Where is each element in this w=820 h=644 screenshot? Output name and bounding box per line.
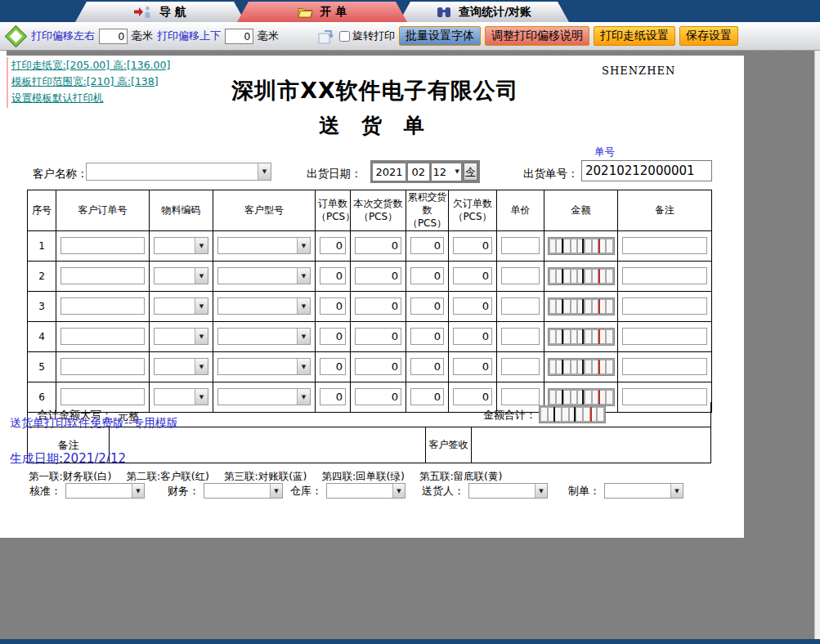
free-version-note: 送货单打印软件免费版--专用模版 — [10, 416, 178, 431]
batch-font-settings-button[interactable]: 批量设置字体 — [399, 26, 481, 46]
owed-qty-input[interactable] — [453, 297, 492, 315]
delivery-qty-input[interactable] — [355, 297, 401, 315]
order-qty-input[interactable] — [320, 328, 346, 345]
copy-3-label: 第三联:对账联(蓝) — [224, 470, 307, 484]
owed-qty-input[interactable] — [453, 358, 492, 375]
date-year-box[interactable]: 2021 — [373, 163, 406, 181]
chevron-down-icon[interactable]: ▼ — [195, 359, 208, 374]
copy-2-label: 第二联:客户联(红) — [126, 470, 208, 484]
today-button[interactable]: 今 — [464, 163, 477, 181]
remark-input[interactable] — [622, 237, 707, 254]
tab-bar: 导 航 开 单 查询统计/对账 — [0, 0, 820, 22]
remark-input[interactable] — [622, 297, 707, 315]
customer-order-no-input[interactable] — [60, 297, 145, 315]
rotate-print-checkbox[interactable] — [339, 31, 350, 42]
accum-qty-input[interactable] — [410, 297, 444, 315]
unit-price-input[interactable] — [501, 328, 540, 345]
tab-navigation[interactable]: 导 航 — [75, 2, 245, 22]
unit-price-input[interactable] — [501, 358, 540, 375]
deliverer-combo[interactable]: ▼ — [468, 483, 548, 499]
binoculars-icon — [437, 7, 451, 18]
preparer-combo[interactable]: ▼ — [604, 483, 683, 499]
delivery-qty-input[interactable] — [355, 358, 401, 375]
delivery-qty-input[interactable] — [355, 267, 401, 284]
accum-qty-input[interactable] — [410, 267, 444, 284]
offset-ud-input[interactable] — [225, 29, 253, 44]
chevron-down-icon[interactable]: ▼ — [270, 484, 282, 498]
chevron-down-icon[interactable]: ▼ — [258, 163, 271, 180]
owed-qty-input[interactable] — [453, 328, 492, 345]
unit-price-input[interactable] — [501, 267, 540, 284]
vertical-scrollbar[interactable] — [814, 51, 820, 639]
customer-model-combo[interactable]: ▼ — [217, 358, 311, 375]
amount-mask-field[interactable] — [548, 297, 615, 315]
date-month-box[interactable]: 02 — [408, 163, 429, 181]
chevron-down-icon[interactable]: ▼ — [297, 268, 310, 284]
delivery-qty-input[interactable] — [355, 328, 401, 345]
generated-date: 生成日期:2021/2/12 — [10, 451, 126, 467]
amount-total-mask[interactable] — [539, 405, 606, 423]
copy-4-label: 第四联:回单联(绿) — [321, 470, 404, 484]
remark-input[interactable] — [622, 358, 707, 375]
offset-lr-input[interactable] — [99, 29, 128, 44]
approver-combo[interactable]: ▼ — [65, 483, 145, 499]
amount-mask-field[interactable] — [548, 358, 615, 376]
tab-billing[interactable]: 开 单 — [237, 2, 407, 22]
chevron-down-icon[interactable]: ▼ — [297, 329, 310, 344]
chevron-down-icon[interactable]: ▼ — [195, 298, 208, 314]
ship-order-no-input[interactable] — [581, 160, 712, 181]
chevron-down-icon[interactable]: ▼ — [195, 329, 208, 344]
order-qty-input[interactable] — [320, 297, 346, 315]
finance-combo[interactable]: ▼ — [204, 483, 283, 499]
customer-model-combo[interactable]: ▼ — [217, 328, 311, 345]
customer-model-combo[interactable]: ▼ — [217, 237, 311, 254]
customer-order-no-input[interactable] — [60, 267, 145, 284]
material-code-combo[interactable]: ▼ — [154, 328, 208, 345]
finance-label: 财务： — [168, 484, 199, 499]
customer-order-no-input[interactable] — [60, 237, 145, 254]
tab-query-stats[interactable]: 查询统计/对账 — [399, 2, 569, 22]
amount-mask-field[interactable] — [548, 237, 615, 255]
col-header-material-code: 物料编码 — [150, 190, 213, 231]
chevron-down-icon[interactable]: ▼ — [132, 484, 144, 498]
customer-model-combo[interactable]: ▼ — [217, 297, 311, 315]
delivery-qty-input[interactable] — [355, 237, 401, 254]
chevron-down-icon[interactable]: ▼ — [297, 359, 310, 374]
save-settings-button[interactable]: 保存设置 — [679, 26, 738, 46]
chevron-down-icon[interactable]: ▼ — [670, 484, 683, 498]
chevron-down-icon[interactable]: ▼ — [392, 484, 405, 498]
material-code-combo[interactable]: ▼ — [154, 358, 208, 375]
warehouse-combo[interactable]: ▼ — [326, 483, 406, 499]
chevron-down-icon[interactable]: ▼ — [195, 238, 208, 253]
chevron-down-icon[interactable]: ▼ — [297, 298, 310, 314]
order-qty-input[interactable] — [320, 237, 346, 254]
customer-name-combo[interactable]: ▼ — [86, 163, 271, 181]
unit-price-input[interactable] — [501, 237, 540, 254]
chevron-down-icon[interactable]: ▼ — [195, 268, 208, 284]
order-qty-input[interactable] — [320, 358, 346, 375]
date-day-combo[interactable]: 12 ▼ — [432, 163, 461, 181]
order-qty-input[interactable] — [320, 267, 346, 284]
paper-feed-settings-button[interactable]: 打印走纸设置 — [594, 26, 675, 46]
remark-input[interactable] — [622, 328, 707, 345]
remark-input[interactable] — [622, 267, 707, 284]
chevron-down-icon[interactable]: ▼ — [297, 238, 310, 253]
material-code-combo[interactable]: ▼ — [154, 297, 208, 315]
customer-model-combo[interactable]: ▼ — [217, 267, 311, 284]
accum-qty-input[interactable] — [410, 328, 444, 345]
customer-order-no-input[interactable] — [60, 328, 145, 345]
accum-qty-input[interactable] — [410, 358, 444, 375]
amount-mask-field[interactable] — [548, 328, 615, 346]
owed-qty-input[interactable] — [453, 237, 492, 254]
company-name: 深圳市XX软件电子有限公司 — [7, 76, 744, 105]
unit-price-input[interactable] — [501, 297, 540, 315]
owed-qty-input[interactable] — [453, 267, 492, 284]
chevron-down-icon[interactable]: ▼ — [535, 484, 547, 498]
customer-order-no-input[interactable] — [60, 358, 145, 375]
adjust-offset-help-button[interactable]: 调整打印偏移说明 — [485, 26, 589, 46]
material-code-combo[interactable]: ▼ — [154, 267, 208, 284]
paper-size-link[interactable]: 打印走纸宽:[205.00] 高:[136.00] — [11, 59, 170, 73]
accum-qty-input[interactable] — [410, 237, 444, 254]
material-code-combo[interactable]: ▼ — [154, 237, 208, 254]
amount-mask-field[interactable] — [548, 267, 615, 285]
